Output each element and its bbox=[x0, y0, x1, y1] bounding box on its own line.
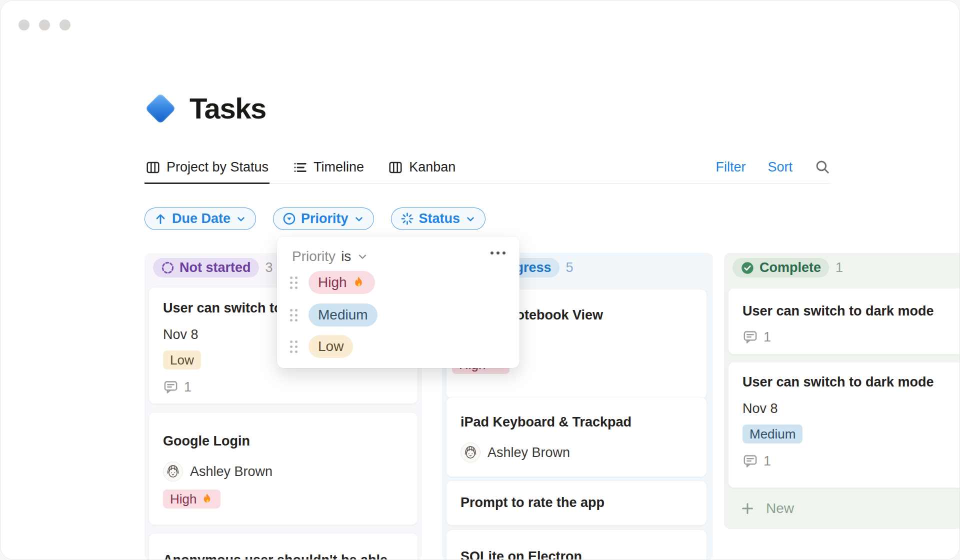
blue-diamond-icon bbox=[144, 92, 176, 124]
dropdown-operator: is bbox=[341, 248, 351, 264]
column-name: Complete bbox=[760, 260, 821, 276]
comment-count: 1 bbox=[742, 454, 960, 469]
circle-caret-down-icon bbox=[282, 212, 296, 226]
filter-chip-row: Due Date Priority Status bbox=[144, 208, 486, 230]
drag-handle-icon[interactable] bbox=[290, 276, 298, 289]
column-count: 3 bbox=[266, 260, 273, 276]
tab-timeline[interactable]: Timeline bbox=[292, 156, 365, 184]
priority-badge-high: High bbox=[163, 490, 220, 508]
task-card[interactable]: Google Login Ashley Brown High bbox=[148, 412, 418, 525]
task-title: iPad Keyboard & Trackpad bbox=[460, 414, 692, 430]
priority-filter-dropdown: Priority is High Medium Low bbox=[277, 236, 520, 368]
search-icon[interactable] bbox=[814, 159, 830, 175]
task-title: Notebook View bbox=[506, 306, 692, 324]
chip-label: Status bbox=[419, 211, 460, 226]
plus-icon bbox=[740, 501, 755, 516]
assignee: Ashley Brown bbox=[460, 442, 692, 462]
dropdown-rule[interactable]: Priority is bbox=[292, 248, 368, 264]
sort-button[interactable]: Sort bbox=[768, 160, 792, 175]
option-label: Low bbox=[308, 335, 353, 358]
fire-icon bbox=[352, 276, 366, 290]
comment-icon bbox=[163, 380, 178, 395]
assignee: Ashley Brown bbox=[163, 462, 404, 482]
task-card[interactable]: Prompt to rate the app bbox=[446, 480, 707, 526]
page-header: Tasks bbox=[144, 92, 266, 125]
chevron-down-icon bbox=[465, 214, 476, 224]
board-view-icon bbox=[388, 160, 403, 175]
comment-count: 1 bbox=[742, 330, 960, 345]
fire-icon bbox=[200, 492, 214, 506]
chip-label: Priority bbox=[301, 211, 348, 226]
comment-count-value: 1 bbox=[764, 330, 771, 345]
task-due-date: Nov 8 bbox=[742, 401, 960, 416]
window-controls bbox=[18, 20, 70, 30]
tab-label: Timeline bbox=[314, 160, 364, 175]
priority-filter-chip[interactable]: Priority bbox=[273, 208, 374, 230]
comment-icon bbox=[742, 454, 758, 469]
comment-icon bbox=[742, 330, 758, 345]
task-title: SQLite on Electron bbox=[460, 548, 692, 560]
check-circle-icon bbox=[740, 261, 754, 275]
view-tab-bar: Project by Status Timeline Kanban Filter… bbox=[144, 156, 830, 184]
status-badge-complete[interactable]: Complete bbox=[732, 258, 829, 278]
task-title: Anonymous user shouldn't be able bbox=[163, 552, 404, 560]
comment-count-value: 1 bbox=[184, 380, 192, 395]
window-close-button[interactable] bbox=[18, 20, 30, 30]
option-label: Medium bbox=[308, 304, 378, 326]
board-view-icon bbox=[146, 160, 160, 175]
task-card[interactable]: iPad Keyboard & Trackpad Ashley Brown bbox=[446, 397, 707, 477]
task-card[interactable]: Anonymous user shouldn't be able bbox=[148, 533, 418, 560]
task-title: Prompt to rate the app bbox=[460, 494, 692, 511]
comment-count-value: 1 bbox=[764, 454, 771, 469]
new-task-button[interactable]: New bbox=[724, 488, 960, 529]
page-title: Tasks bbox=[190, 92, 266, 125]
window-minimize-button[interactable] bbox=[39, 20, 50, 30]
column-count: 5 bbox=[566, 260, 574, 276]
dropdown-property: Priority bbox=[292, 248, 336, 264]
column-complete: Complete 1 User can switch to dark mode … bbox=[724, 253, 960, 529]
option-label: High bbox=[318, 274, 347, 290]
chip-label: Due Date bbox=[172, 211, 230, 226]
drag-handle-icon[interactable] bbox=[290, 340, 298, 353]
due-date-filter-chip[interactable]: Due Date bbox=[144, 208, 256, 230]
task-card[interactable]: SQLite on Electron bbox=[446, 530, 707, 560]
assignee-name: Ashley Brown bbox=[190, 464, 272, 480]
chevron-down-icon bbox=[236, 214, 246, 224]
progress-spinner-icon bbox=[400, 212, 414, 226]
tab-label: Kanban bbox=[409, 160, 456, 175]
dashed-circle-icon bbox=[161, 261, 174, 274]
chevron-down-icon bbox=[354, 214, 364, 224]
more-options-icon[interactable] bbox=[490, 252, 506, 254]
chevron-down-icon bbox=[356, 250, 368, 262]
arrow-up-icon bbox=[154, 212, 167, 226]
priority-label: High bbox=[170, 492, 196, 506]
task-title: User can switch to dark mode bbox=[742, 302, 960, 320]
filter-button[interactable]: Filter bbox=[716, 160, 746, 175]
app-window: Tasks Project by Status Timeline Kanban … bbox=[0, 0, 960, 560]
assignee-name: Ashley Brown bbox=[488, 445, 570, 460]
task-title: User can switch to dark mode bbox=[742, 374, 960, 390]
status-filter-chip[interactable]: Status bbox=[391, 208, 486, 230]
task-title: Google Login bbox=[163, 432, 404, 450]
tab-label: Project by Status bbox=[166, 160, 268, 175]
priority-badge-medium: Medium bbox=[742, 424, 802, 444]
new-task-label: New bbox=[766, 500, 794, 516]
comment-count: 1 bbox=[163, 380, 404, 395]
task-card[interactable]: User can switch to dark mode 1 bbox=[728, 288, 960, 354]
priority-badge-low: Low bbox=[163, 350, 201, 370]
tab-project-by-status[interactable]: Project by Status bbox=[144, 156, 270, 184]
priority-option-low[interactable]: Low bbox=[290, 335, 353, 358]
window-zoom-button[interactable] bbox=[60, 20, 70, 30]
avatar bbox=[460, 442, 480, 462]
task-card[interactable]: User can switch to dark mode Nov 8 Mediu… bbox=[728, 362, 960, 488]
avatar bbox=[163, 462, 183, 482]
timeline-list-icon bbox=[292, 160, 308, 175]
column-name: Not started bbox=[180, 260, 251, 276]
column-count: 1 bbox=[836, 260, 843, 276]
status-badge-not-started[interactable]: Not started bbox=[153, 258, 259, 278]
priority-option-high[interactable]: High bbox=[290, 271, 375, 294]
tab-kanban[interactable]: Kanban bbox=[387, 156, 456, 184]
priority-option-medium[interactable]: Medium bbox=[290, 304, 378, 326]
drag-handle-icon[interactable] bbox=[290, 309, 298, 322]
